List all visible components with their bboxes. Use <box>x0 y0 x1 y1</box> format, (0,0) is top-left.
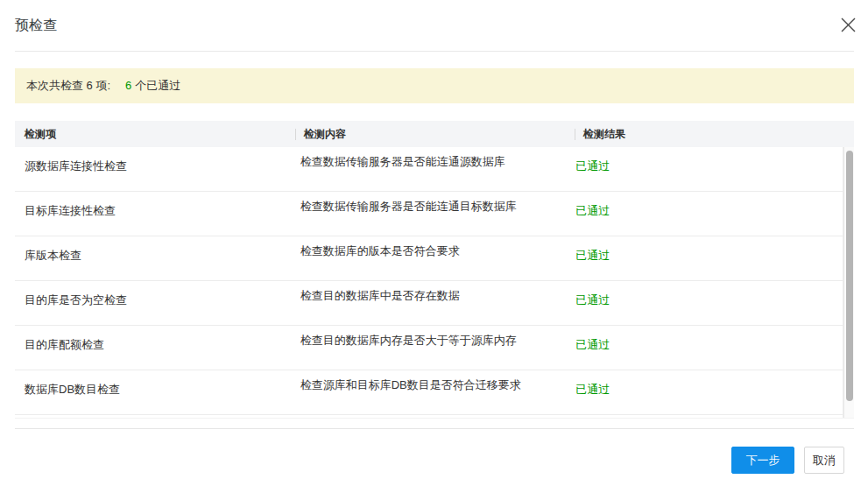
next-step-button[interactable]: 下一步 <box>731 447 794 474</box>
check-content-cell: 检查目的数据库中是否存在数据 <box>292 288 568 304</box>
cancel-button[interactable]: 取消 <box>804 447 844 474</box>
summary-banner: 本次共检查 6 项:6个已通过 <box>15 68 854 103</box>
table-row: 库版本检查 检查数据库的版本是否符合要求 已通过 <box>15 236 843 281</box>
check-item-cell: 目标库连接性检查 <box>15 203 292 219</box>
check-item-cell: 目的库配额检查 <box>15 337 292 353</box>
check-result-status: 已通过 <box>575 293 610 306</box>
check-result-status: 已通过 <box>575 159 610 173</box>
page-title: 预检查 <box>15 17 57 35</box>
check-item-cell: 目的库是否为空检查 <box>15 292 292 308</box>
check-content-cell: 检查源库和目标库DB数目是否符合迁移要求 <box>292 377 568 393</box>
column-header-check-content: 检测内容 <box>295 127 575 142</box>
column-header-check-item: 检测项 <box>15 127 295 142</box>
summary-passed-count: 6 <box>125 79 131 92</box>
check-content-cell: 检查数据库的版本是否符合要求 <box>292 243 568 259</box>
column-header-check-result: 检测结果 <box>575 127 854 142</box>
table-row: 目标库连接性检查 检查数据传输服务器是否能连通目标数据库 已通过 <box>15 192 843 236</box>
precheck-dialog: 预检查 本次共检查 6 项:6个已通过 检测项 检测内容 检测结果 源数据库连接… <box>0 0 868 486</box>
close-button[interactable] <box>837 14 858 35</box>
check-result-status: 已通过 <box>575 338 610 351</box>
check-item-cell: 数据库DB数目检查 <box>15 382 292 398</box>
footer-divider <box>15 428 854 429</box>
table-body: 源数据库连接性检查 检查数据传输服务器是否能连通源数据库 已通过 目标库连接性检… <box>15 147 843 418</box>
check-result-status: 已通过 <box>575 249 610 262</box>
scrollbar-track <box>843 147 854 418</box>
check-content-cell: 检查目的数据库内存是否大于等于源库内存 <box>292 333 568 349</box>
summary-prefix: 本次共检查 6 项: <box>26 79 110 92</box>
summary-passed-suffix: 个已通过 <box>135 79 180 92</box>
header-divider <box>15 51 854 52</box>
table-row: 目的库配额检查 检查目的数据库内存是否大于等于源库内存 已通过 <box>15 326 843 370</box>
table-row: 目的库是否为空检查 检查目的数据库中是否存在数据 已通过 <box>15 281 843 326</box>
close-icon <box>841 18 856 32</box>
table-header-row: 检测项 检测内容 检测结果 <box>15 121 854 147</box>
check-content-cell: 检查数据传输服务器是否能连通目标数据库 <box>292 199 568 215</box>
check-content-cell: 检查数据传输服务器是否能连通源数据库 <box>292 154 568 170</box>
precheck-table: 检测项 检测内容 检测结果 源数据库连接性检查 检查数据传输服务器是否能连通源数… <box>15 121 854 419</box>
table-row: 数据库DB数目检查 检查源库和目标库DB数目是否符合迁移要求 已通过 <box>15 370 843 415</box>
scrollbar-thumb[interactable] <box>846 151 853 401</box>
check-item-cell: 源数据库连接性检查 <box>15 158 292 174</box>
table-row: 源数据库连接性检查 检查数据传输服务器是否能连通源数据库 已通过 <box>15 147 843 192</box>
check-item-cell: 库版本检查 <box>15 248 292 264</box>
check-result-status: 已通过 <box>575 383 610 396</box>
check-result-status: 已通过 <box>575 204 610 217</box>
